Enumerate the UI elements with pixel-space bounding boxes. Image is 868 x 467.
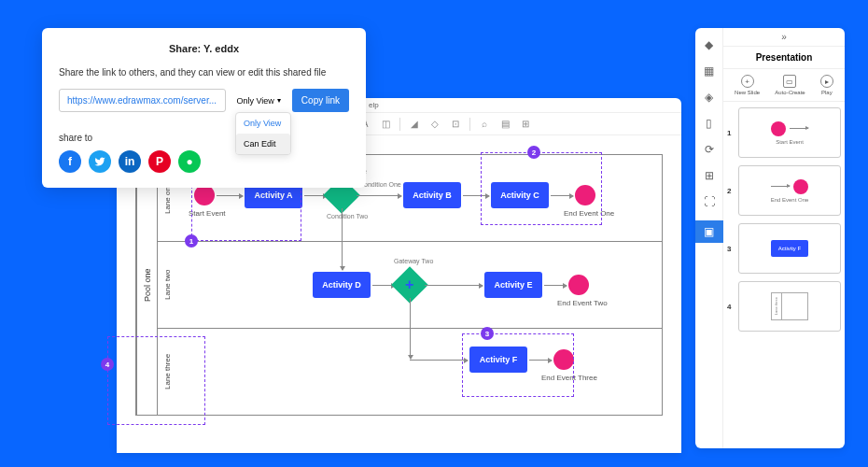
auto-create-button[interactable]: ▭Auto-Create [775,75,805,95]
slide-2-thumb[interactable]: End Event One [738,165,841,216]
presentation-icon[interactable]: ▣ [695,220,723,243]
end-event-two[interactable] [568,275,589,295]
grid-tool-icon[interactable]: ▦ [702,64,717,78]
components-icon[interactable]: ⊞ [702,168,717,183]
facebook-icon[interactable]: f [59,150,81,173]
share-url-input[interactable]: https://www.edrawmax.com/server... [59,89,226,112]
dropdown-can-edit[interactable]: Can Edit [236,134,290,154]
activity-b[interactable]: Activity B [403,182,461,208]
grid-icon[interactable]: ▤ [498,118,511,131]
slide-1-thumb[interactable]: Start Event [738,107,841,158]
copy-link-button[interactable]: Copy link [292,89,349,112]
selection-badge-1: 1 [185,234,198,248]
panel-actions: +New Slide ▭Auto-Create ▸Play [723,69,845,102]
activity-d[interactable]: Activity D [313,272,371,298]
permission-dropdown: Only View Can Edit [235,112,291,155]
lane-two-label: Lane two [157,242,177,328]
slide-4[interactable]: 4 Lane three [727,281,841,332]
crop-icon[interactable]: ⊡ [449,118,462,131]
share-description: Share the link to others, and they can v… [59,67,349,78]
page-icon[interactable]: ▯ [702,116,717,131]
panel-title: Presentation [723,47,845,69]
gateway-two-label: Gateway Two [394,258,426,264]
chart-icon[interactable]: ◫ [379,118,392,131]
slides-list[interactable]: 1 Start Event 2 End Event One 3 Activity… [723,102,845,448]
share-dialog-title: Share: Y. eddx [59,43,349,54]
slide-4-thumb[interactable]: Lane three [738,281,841,332]
slide-2[interactable]: 2 End Event One [727,165,841,216]
activity-e[interactable]: Activity E [484,272,542,298]
share-dialog: Share: Y. eddx Share the link to others,… [42,28,366,188]
plus-icon: + [741,75,754,88]
history-icon[interactable]: ⟳ [702,142,717,157]
menu-help[interactable]: elp [369,101,379,109]
lane-three[interactable]: Lane three Activity F End Event Three [157,329,662,415]
layers-icon[interactable]: ◈ [702,90,717,105]
selection-badge-3: 3 [481,327,494,340]
fill-tool-icon[interactable]: ◆ [702,37,717,52]
play-button[interactable]: ▸Play [820,75,833,95]
right-sidebar: ◆ ▦ ◈ ▯ ⟳ ⊞ ⛶ ▣ [695,28,723,448]
selection-box-2[interactable] [481,152,602,225]
selection-box-4[interactable] [107,336,205,425]
slide-3-thumb[interactable]: Activity F [738,223,841,274]
selection-badge-4: 4 [101,358,114,371]
fullscreen-icon[interactable]: ⛶ [702,194,717,209]
line-icon[interactable]: ● [178,150,201,173]
permission-select[interactable]: Only View [231,91,287,111]
share-input-row: https://www.edrawmax.com/server... Only … [59,89,349,112]
search-icon[interactable]: ⌕ [478,118,491,131]
pinterest-icon[interactable]: P [148,150,171,173]
collapse-button[interactable]: » [723,28,845,47]
slide-1[interactable]: 1 Start Event [727,107,841,158]
presentation-panel: ◆ ▦ ◈ ▯ ⟳ ⊞ ⛶ ▣ » Presentation +New Slid… [695,28,845,448]
screen-icon: ▭ [783,75,796,88]
twitter-icon[interactable] [89,150,111,173]
settings-icon[interactable]: ⊞ [519,118,532,131]
fill-icon[interactable]: ◢ [408,118,421,131]
condition-two-label: Condition Two [327,213,360,219]
linkedin-icon[interactable]: in [119,150,141,173]
selection-box-3[interactable] [462,333,574,397]
new-slide-button[interactable]: +New Slide [735,75,760,95]
dropdown-only-view[interactable]: Only View [236,113,290,134]
slide-3[interactable]: 3 Activity F [727,223,841,274]
end-event-two-label: End Event Two [557,299,608,307]
social-icons: f in P ● [59,150,349,173]
stroke-icon[interactable]: ◇ [428,118,441,131]
play-icon: ▸ [820,75,833,88]
share-to-label: share to [59,133,349,143]
selection-badge-2: 2 [527,146,540,159]
